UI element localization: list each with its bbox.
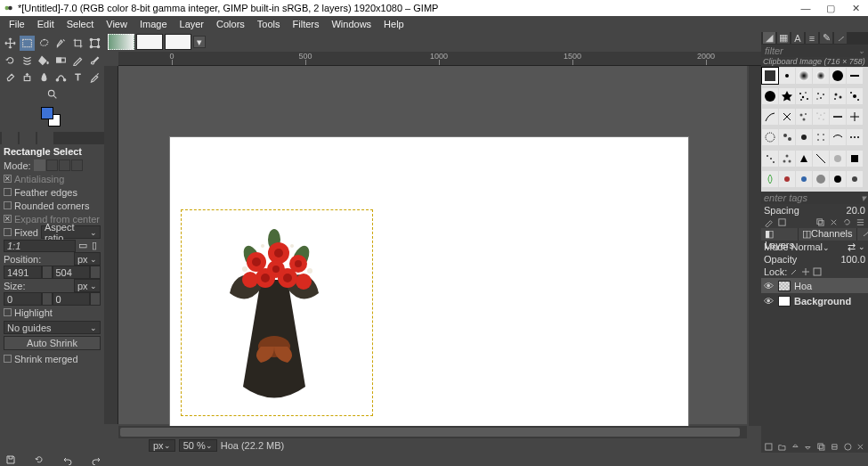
brush-item[interactable] [796,171,812,187]
colorpicker-tool[interactable] [87,69,102,85]
brushes-tab[interactable]: ◢ [763,32,775,44]
zoom-tool[interactable] [45,86,60,102]
brush-item[interactable] [796,88,812,104]
ruler-horizontal[interactable]: 0 500 1000 1500 2000 [118,52,761,66]
menu-edit[interactable]: Edit [32,19,60,29]
brush-clipboard[interactable] [762,68,778,84]
brush-item[interactable] [779,88,795,104]
brush-item[interactable] [830,151,846,167]
brush-item[interactable] [779,171,795,187]
bucket-tool[interactable] [37,53,52,68]
reset-icon[interactable] [34,454,45,465]
history-tab[interactable]: ≡ [806,32,818,44]
zoom-select[interactable]: 50 % ⌄ [179,439,217,452]
layer-name[interactable]: Hoa [794,281,812,291]
tag-input[interactable]: enter tags▾ [761,192,868,204]
antialias-cb[interactable] [4,175,12,183]
visibility-icon[interactable]: 👁 [764,281,775,291]
delete-layer-icon[interactable] [856,442,865,452]
sz-y-spin[interactable] [90,292,101,306]
brush-item[interactable] [796,129,812,145]
brush-item[interactable] [813,151,829,167]
canvas-area[interactable] [118,66,747,424]
rect-select-tool[interactable] [20,36,35,51]
clone-tool[interactable] [20,69,35,85]
mode-add[interactable] [46,159,58,171]
fonts-tab[interactable]: A [791,32,804,44]
pos-y[interactable]: 504 [53,266,91,279]
fg-color[interactable] [41,107,53,119]
tab-layers[interactable]: ◧ Layers [761,228,798,241]
brush-item[interactable] [830,68,846,84]
save-icon[interactable] [5,454,16,465]
pos-unit[interactable]: px⌄ [74,252,101,266]
mode-intersect[interactable] [71,159,83,171]
brush-item[interactable] [796,109,812,125]
visibility-icon[interactable]: 👁 [764,296,775,307]
menu-brush-icon[interactable] [856,217,865,227]
mask-icon[interactable] [843,442,853,452]
tab1[interactable] [2,132,18,144]
lock-alpha-icon[interactable] [813,267,822,276]
lock-pixels-icon[interactable] [790,267,799,276]
menu-filters[interactable]: Filters [288,19,325,29]
scrollbar-h[interactable] [118,426,747,438]
eraser-tool[interactable] [3,69,18,85]
new-brush-icon[interactable] [777,217,787,227]
mode-replace[interactable] [34,159,45,171]
brush-item[interactable] [762,129,778,145]
brush-item[interactable] [762,109,778,125]
move-tool[interactable] [3,36,18,51]
raise-layer-icon[interactable] [791,442,800,452]
tab-paths[interactable]: ⟋Paths [857,228,868,241]
redo-icon[interactable] [91,454,101,465]
landscape-icon[interactable]: ▭ [78,240,89,251]
menu-layer[interactable]: Layer [174,19,210,29]
brush-item[interactable] [847,88,863,104]
lower-layer-icon[interactable] [803,442,813,452]
lock-position-icon[interactable] [801,267,810,276]
del-brush-icon[interactable] [829,217,839,227]
rotate-tool[interactable] [3,53,18,68]
refresh-brush-icon[interactable] [842,217,852,227]
brush-item[interactable] [847,129,863,145]
menu-windows[interactable]: Windows [326,19,377,29]
warp-tool[interactable] [20,53,35,68]
edit-brush-icon[interactable] [764,217,774,227]
brush-item[interactable] [779,109,795,125]
brush-item[interactable] [813,109,829,125]
menu-colors[interactable]: Colors [211,19,250,29]
brush-item[interactable] [830,109,846,125]
close-button[interactable]: ✕ [843,0,868,16]
sz-x[interactable]: 0 [4,292,42,306]
maximize-button[interactable]: ▢ [818,0,843,16]
sz-y[interactable]: 0 [53,292,91,306]
highlight-cb[interactable] [4,308,12,316]
free-select-tool[interactable] [37,36,52,51]
ruler-vertical[interactable] [104,66,118,424]
brush-tool[interactable] [87,53,102,68]
brush-item[interactable] [813,88,829,104]
pos-y-spin[interactable] [90,266,101,279]
spacing-value[interactable]: 20.0 [847,205,865,216]
blend-mode[interactable]: Normal⌄ [791,241,845,252]
merge-layer-icon[interactable] [830,442,840,452]
brush-item[interactable] [779,129,795,145]
size-unit[interactable]: px⌄ [74,279,101,292]
tab-menu-button[interactable]: ▾ [193,36,206,48]
brush-item[interactable] [796,68,812,84]
menu-select[interactable]: Select [61,19,100,29]
pos-x-spin[interactable] [42,266,53,279]
tab-channels[interactable]: ◫Channels [799,228,856,241]
image-tab-3[interactable] [165,34,191,50]
brush-item[interactable] [762,151,778,167]
menu-help[interactable]: Help [378,19,410,29]
brush-item[interactable] [813,171,829,187]
pos-x[interactable]: 1491 [4,266,42,279]
brush-item[interactable] [779,151,795,167]
dup-brush-icon[interactable] [815,217,825,227]
smudge-tool[interactable] [37,69,52,85]
feather-cb[interactable] [4,188,12,196]
brush-item[interactable] [847,109,863,125]
opacity-value[interactable]: 100.0 [840,254,865,265]
